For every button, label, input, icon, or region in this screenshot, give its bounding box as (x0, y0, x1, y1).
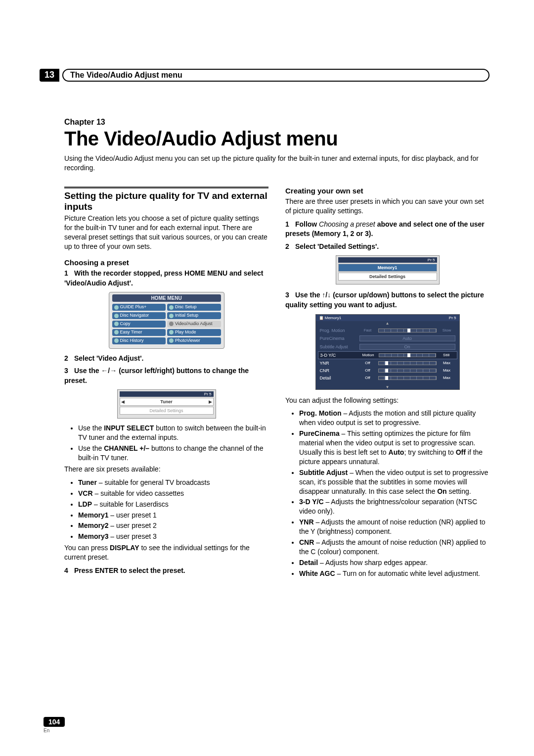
det-label: PureCinema (320, 336, 359, 341)
timer-icon (114, 330, 119, 334)
history-icon (114, 338, 119, 343)
guide-icon (114, 305, 119, 310)
slider-knob-icon[interactable] (385, 376, 388, 380)
running-title: The Video/Audio Adjust menu (70, 71, 182, 80)
right-step-3: 3 Use the ↑/↓ (cursor up/down) buttons t… (285, 290, 490, 310)
step-italic: Choosing a preset (319, 220, 375, 228)
figure-memory-preset: Pr 5 Memory1 Detailed Settings (336, 255, 440, 284)
det-slider[interactable] (378, 329, 437, 332)
chapter-number-tab: 13 (40, 69, 59, 82)
det-label: Detail (320, 376, 359, 380)
det-end-left: Fast (359, 328, 376, 332)
left-column: Setting the picture quality for TV and e… (64, 187, 268, 580)
arrow-left-icon[interactable]: ◀ (121, 399, 125, 404)
det-label: 3-D Y/C (320, 353, 360, 358)
scroll-up-icon[interactable]: ▲ (316, 321, 459, 326)
preset-tuner: Tuner – suitable for general TV broadcas… (78, 478, 268, 487)
setting-3d-yc: 3-D Y/C – Adjusts the brightness/colour … (299, 497, 490, 516)
det-title: 📋 Memory1 (319, 316, 342, 320)
menu-item-disc-history[interactable]: Disc History (112, 337, 166, 344)
page-footer: 104 En (44, 717, 65, 733)
det-row-detail[interactable]: DetailOffMax (318, 375, 457, 381)
menu-label: Video/Audio Adjust (175, 322, 212, 327)
subheading-choosing-preset: Choosing a preset (64, 258, 268, 267)
arrow-left-right-icon: ←/→ (101, 367, 117, 375)
menu-item-disc-setup[interactable]: Disc Setup (167, 304, 221, 311)
det-slider[interactable] (379, 353, 436, 357)
adjust-intro: You can adjust the following settings: (285, 396, 490, 405)
menu-label: PhotoViewer (175, 338, 200, 343)
menu-item-play-mode[interactable]: Play Mode (167, 329, 221, 336)
step-number: 3 (285, 290, 293, 300)
preset-name: Tuner (160, 399, 172, 404)
step-text: Select 'Video Adjust'. (74, 354, 143, 362)
section-divider (64, 187, 268, 189)
det-row-ynr[interactable]: YNROffMax (318, 360, 457, 367)
slider-knob-icon[interactable] (385, 369, 388, 373)
menu-item-easy-timer[interactable]: Easy Timer (112, 329, 166, 336)
det-row-prog-motion[interactable]: Prog. MotionFastSlow (318, 327, 457, 334)
step-text-pre: Use the (74, 367, 101, 375)
preset-memory2: Memory2 – user preset 2 (78, 521, 268, 530)
setting-purecinema: PureCinema – This setting optimizes the … (299, 429, 490, 467)
step-number: 2 (64, 354, 72, 364)
arrow-right-icon[interactable]: ▶ (209, 399, 212, 404)
step-number: 1 (64, 269, 72, 279)
va-adjust-icon (169, 322, 174, 326)
det-end-right: Max (439, 361, 455, 365)
menu-label: Disc Navigator (120, 313, 149, 318)
det-value[interactable]: On (359, 344, 455, 350)
det-row-3-d-y-c[interactable]: 3-D Y/CMotionStill (318, 351, 457, 359)
preset-row-tuner[interactable]: ◀ Tuner ▶ (120, 398, 214, 406)
step-number: 1 (285, 220, 293, 230)
det-row-subtitle-adjust[interactable]: Subtitle AdjustOn (318, 343, 457, 351)
initial-setup-icon (169, 314, 174, 318)
setting-white-agc: White AGC – Turn on for automatic white … (299, 569, 490, 578)
display-hint: You can press DISPLAY to see the individ… (64, 543, 268, 562)
det-row-cnr[interactable]: CNROffMax (318, 367, 457, 374)
det-end-left: Off (359, 376, 376, 380)
det-slider[interactable] (378, 376, 437, 380)
menu-item-photoviewer[interactable]: PhotoViewer (167, 337, 221, 344)
preset-ldp: LDP – suitable for Laserdiscs (78, 500, 268, 509)
step-4: 4 Press ENTER to select the preset. (64, 566, 268, 576)
step-3: 3 Use the ←/→ (cursor left/right) button… (64, 366, 268, 385)
menu-label: Disc Setup (175, 305, 197, 310)
intro-paragraph: Using the Video/Audio Adjust menu you ca… (64, 154, 490, 173)
section-heading-picture-quality: Setting the picture quality for TV and e… (64, 190, 268, 212)
setting-detail: Detail – Adjusts how sharp edges appear. (299, 558, 490, 567)
det-end-right: Slow (439, 328, 455, 332)
preset-memory3: Memory3 – user preset 3 (78, 532, 268, 541)
det-value[interactable]: Auto (359, 335, 455, 341)
menu-item-copy[interactable]: Copy (112, 321, 166, 328)
memory-row-detailed[interactable]: Detailed Settings (338, 273, 437, 281)
step-text: With the recorder stopped, press HOME ME… (64, 269, 264, 287)
slider-knob-icon[interactable] (385, 361, 388, 365)
play-mode-icon (169, 330, 174, 334)
step-number: 4 (64, 566, 72, 576)
det-end-left: Off (359, 361, 376, 365)
preset-row-detailed[interactable]: Detailed Settings (120, 407, 214, 415)
menu-item-video-audio-adjust[interactable]: Video/Audio Adjust (167, 321, 221, 328)
step-text: Press ENTER to select the preset. (74, 567, 185, 574)
det-row-purecinema[interactable]: PureCinemaAuto (318, 334, 457, 342)
scroll-down-icon[interactable]: ▼ (316, 385, 459, 389)
menu-item-disc-navigator[interactable]: Disc Navigator (112, 312, 166, 319)
slider-knob-icon[interactable] (407, 329, 410, 332)
det-slider[interactable] (378, 369, 437, 373)
figure-home-menu: HOME MENU GUIDE Plus+ Disc Setup Disc Na… (109, 292, 224, 348)
menu-item-initial-setup[interactable]: Initial Setup (167, 312, 221, 319)
menu-label: Play Mode (175, 330, 196, 335)
menu-label: GUIDE Plus+ (120, 305, 147, 310)
memory-row-selected[interactable]: Memory1 (338, 264, 437, 272)
running-title-pill: The Video/Audio Adjust menu (62, 69, 490, 82)
chapter-label: Chapter 13 (64, 118, 490, 127)
figure-preset-tuner: Pr 5 ◀ Tuner ▶ Detailed Settings (117, 389, 216, 419)
step-2: 2 Select 'Video Adjust'. (64, 354, 268, 364)
det-badge: Pr 5 (449, 316, 456, 320)
slider-knob-icon[interactable] (407, 353, 410, 357)
preset-badge: Pr 5 (120, 391, 214, 397)
preset-memory1: Memory1 – user preset 1 (78, 511, 268, 520)
menu-item-guide-plus[interactable]: GUIDE Plus+ (112, 304, 166, 311)
det-slider[interactable] (378, 361, 437, 365)
